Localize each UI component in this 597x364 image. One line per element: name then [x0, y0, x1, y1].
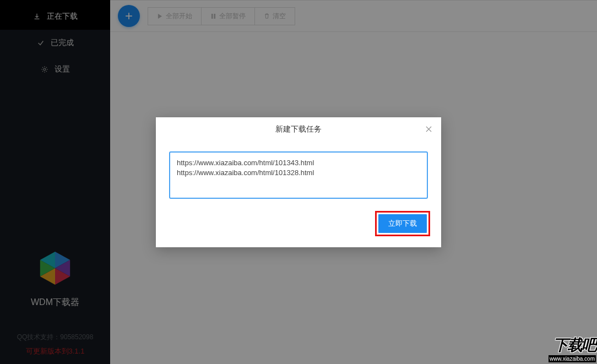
- watermark-url: www.xiazaiba.com: [549, 355, 596, 362]
- modal-header: 新建下载任务: [156, 117, 441, 142]
- watermark-text: 下载吧: [549, 338, 596, 353]
- modal-footer: 立即下载: [156, 205, 441, 247]
- button-label: 立即下载: [388, 219, 417, 227]
- modal-overlay[interactable]: 新建下载任务 立即下载: [0, 0, 597, 364]
- download-now-button[interactable]: 立即下载: [378, 214, 427, 233]
- new-task-modal: 新建下载任务 立即下载: [156, 117, 441, 247]
- highlight-annotation: 立即下载: [375, 211, 430, 236]
- modal-title: 新建下载任务: [275, 124, 322, 134]
- modal-close-button[interactable]: [424, 124, 433, 134]
- watermark: 下载吧 www.xiazaiba.com: [549, 338, 596, 363]
- modal-body: [156, 142, 441, 205]
- url-input[interactable]: [169, 151, 428, 199]
